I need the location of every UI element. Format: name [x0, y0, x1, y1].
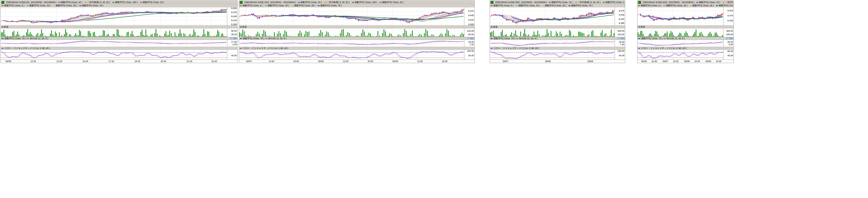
panel-header-row2: 移動平均( Close, 5 )移動平均( Close, 40 )移動平均( C… — [1, 4, 237, 7]
stoch-chart-canvas[interactable] — [1, 50, 227, 60]
multiplier-badge[interactable]: × 100 — [726, 37, 733, 40]
price-chart-canvas[interactable] — [490, 7, 615, 25]
panel-header-row1: 日経225mini 11/09( 60分, 2011/06/01 - 2011/… — [638, 1, 734, 4]
axis-label: 45.00 — [727, 54, 733, 57]
panel-title: 日経225mini 11/09( 30分, 2011/06/01 - 2011/… — [495, 1, 547, 4]
time-axis: 06/0706/0806/09 — [490, 60, 625, 63]
chart-workspace: 日経225mini 11/09( 5分, 2011/06/06 - 2011/0… — [0, 0, 868, 198]
indicator-marker — [696, 2, 698, 3]
axis-label: 9,475 — [231, 11, 237, 13]
axis-label: 19.00 — [468, 41, 474, 43]
volume-axis: 465.00105.00 — [723, 28, 734, 37]
macd-section: 19.007.00 — [239, 40, 474, 47]
indicator-marker — [491, 5, 493, 6]
macd-label-bar: 移動平均( Close, 75 ) MACD( 12, 26, 9 ) × 10… — [1, 37, 237, 40]
axis-label: 9,415 — [619, 18, 624, 20]
time-label: 17:20 — [108, 60, 114, 62]
indicator-label-text: 移動平均( Close, 150 ) — [606, 1, 624, 4]
macd-label: MACD( 12, 26, 9 ) — [268, 37, 286, 40]
indicator-label: 一目均衡表( 9, 26, 52 ) — [85, 1, 110, 4]
indicator-label-text: 移動平均( Close, 5 ) — [641, 4, 661, 7]
indicator-label-text: 一目均衡表( 9, 26, 52 ) — [725, 1, 733, 4]
indicator-marker — [324, 2, 326, 3]
stoch-chart-canvas[interactable] — [490, 50, 615, 60]
macd-chart-canvas[interactable] — [239, 40, 464, 47]
indicator-label: 一目均衡表( 9, 26, 52 ) — [575, 1, 600, 4]
chart-icon[interactable] — [240, 1, 243, 4]
indicator-marker — [265, 5, 267, 6]
axis-label: 9,470 — [727, 14, 733, 17]
axis-label: 2.50 — [232, 43, 237, 46]
volume-section-label: 出来高 — [638, 25, 645, 28]
axis-label: 9,445 — [468, 14, 474, 17]
chart-icon[interactable] — [638, 1, 641, 4]
price-chart-canvas[interactable] — [239, 7, 464, 25]
indicator-label: 移動平均( Close, 150 ) — [113, 1, 138, 4]
indicator-list-row1: 移動平均( Close, 10 )一目均衡表( 9, 26, 52 )移動平均(… — [696, 1, 733, 4]
stoch-chart-canvas[interactable] — [239, 50, 464, 60]
axis-label: 9,475 — [468, 10, 474, 12]
chart-icon[interactable] — [491, 1, 493, 4]
macd-axis: 19.007.00 — [615, 40, 625, 47]
indicator-label: 移動平均( Close, 10 ) — [298, 1, 322, 4]
chart-window: 日経225mini 11/09( 30分, 2011/06/01 - 2011/… — [490, 0, 625, 63]
macd-label-bar: 移動平均( Close, 75 ) MACD( 12, 26, 9 ) × 10… — [239, 37, 474, 40]
axis-label: 215.00 — [467, 30, 474, 32]
time-label: 06/07 — [246, 60, 252, 62]
indicator-list-row1: 移動平均( Close, 10 )一目均衡表( 9, 26, 52 )移動平均(… — [549, 1, 624, 4]
macd-label-bar: 移動平均( Close, 75 ) MACD( 12, 26, 9 ) × 10… — [638, 37, 734, 40]
stoch-marker — [491, 48, 493, 49]
axis-label: 9,425 — [727, 19, 733, 22]
stoch-marker — [240, 48, 242, 49]
panel-header-row1: 日経225mini 11/09( 5分, 2011/06/06 - 2011/0… — [1, 1, 237, 4]
volume-label-bar: 出来高 — [490, 25, 625, 28]
volume-chart-canvas[interactable] — [490, 28, 615, 37]
stoch-chart-canvas[interactable] — [638, 50, 723, 60]
time-label: 12:00 — [269, 60, 274, 62]
volume-chart-canvas[interactable] — [1, 28, 227, 37]
ma75-marker — [491, 38, 493, 39]
time-label: 16:30 — [651, 60, 657, 62]
price-chart-canvas[interactable] — [1, 7, 227, 25]
indicator-list-row2: 移動平均( Close, 5 )移動平均( Close, 40 )移動平均( C… — [638, 4, 733, 7]
indicator-marker — [291, 5, 293, 6]
time-axis: 06/0616:3006/0716:3006/0816:3006/0916:30 — [638, 60, 734, 63]
time-label: 10:40 — [30, 60, 36, 62]
panel-header-row2: 移動平均( Close, 5 )移動平均( Close, 40 )移動平均( C… — [638, 4, 734, 7]
indicator-marker — [516, 5, 518, 6]
chart-icon[interactable] — [1, 1, 4, 4]
stoch-axis: 95.0045.00 — [723, 50, 734, 60]
panel-header-row2: 移動平均( Close, 5 )移動平均( Close, 40 )移動平均( C… — [490, 4, 625, 7]
volume-chart-canvas[interactable] — [638, 28, 723, 37]
macd-chart-canvas[interactable] — [638, 40, 723, 47]
time-label: 06/09 — [588, 60, 593, 62]
time-label: 06/08 — [545, 60, 551, 62]
ma75-label: 移動平均( Close, 75 ) — [641, 37, 662, 40]
macd-chart-canvas[interactable] — [1, 40, 227, 47]
multiplier-badge[interactable]: × 100 — [618, 37, 624, 40]
volume-chart-canvas[interactable] — [239, 28, 464, 37]
axis-label: 110.00 — [618, 33, 624, 36]
macd-axis: 25.005.00 — [723, 40, 734, 47]
indicator-label-text: 移動平均( Close, 25 ) — [294, 4, 315, 7]
axis-label: 9,475 — [619, 9, 624, 12]
panel-header-row2: 移動平均( Close, 5 )移動平均( Close, 40 )移動平均( C… — [239, 4, 474, 7]
indicator-label-text: 移動平均( Close, 25 ) — [545, 4, 566, 7]
multiplier-badge[interactable]: × 100 — [467, 37, 474, 40]
time-label: 13:20 — [57, 60, 62, 62]
indicator-marker — [638, 5, 640, 6]
multiplier-badge[interactable]: × 100 — [230, 37, 237, 40]
axis-label: 9,505 — [231, 7, 237, 9]
price-section: 9,5159,4709,425 — [638, 7, 734, 25]
axis-label: 19.00 — [619, 41, 624, 43]
macd-chart-canvas[interactable] — [490, 40, 615, 47]
indicator-label: 移動平均( Close, 75 ) — [716, 4, 733, 7]
price-chart-canvas[interactable] — [638, 7, 723, 25]
stoch-label-bar: スロー・ストキャスティクス( 14, 3, 80, 20 ) — [490, 47, 625, 50]
indicator-marker — [542, 5, 544, 6]
indicator-list-row2: 移動平均( Close, 5 )移動平均( Close, 40 )移動平均( C… — [491, 4, 593, 7]
volume-section: 465.00105.00 — [638, 28, 734, 37]
volume-section-label: 出来高 — [491, 25, 497, 28]
volume-section: 215.0080.00 — [239, 28, 474, 37]
axis-label: 465.00 — [726, 30, 733, 32]
